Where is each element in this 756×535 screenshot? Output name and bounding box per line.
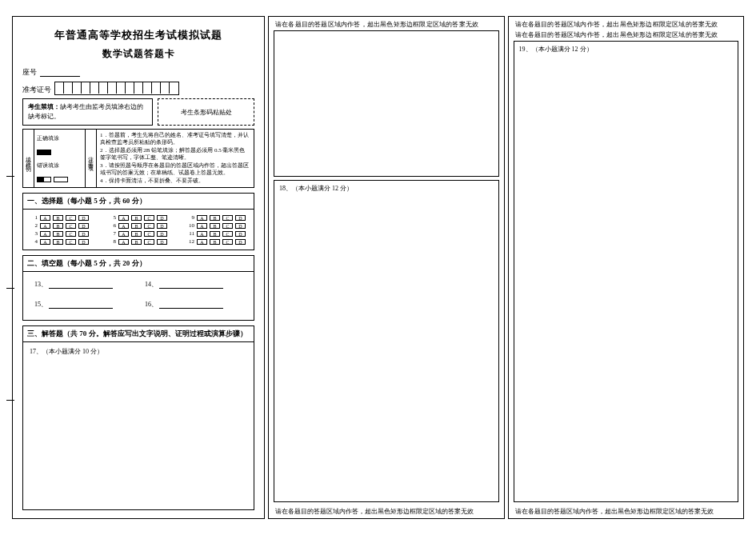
bubble-C[interactable]: C — [144, 215, 154, 221]
bubble-C[interactable]: C — [222, 215, 233, 221]
blank-13: 13、 — [34, 280, 113, 289]
bubble-C[interactable]: C — [144, 239, 154, 245]
attention-vlabel: 注意事项 — [86, 130, 97, 187]
seat-input-line[interactable] — [40, 69, 80, 77]
exam-no-label: 准考证号 — [22, 82, 51, 95]
warning-bottom: 请在各题目的答题区域内作答，超出黑色矩形边框限定区域的答案无效 — [269, 505, 504, 518]
answer-sheet-page: 年普通高等学校招生考试模拟试题 数学试题答题卡 座号 准考证号 考生禁填：缺考考… — [0, 0, 756, 535]
bubble-B[interactable]: B — [131, 215, 142, 221]
bubble-A[interactable]: A — [118, 231, 129, 237]
q18-label: 18、（本小题满分 12 分） — [279, 184, 353, 193]
attention-rules: 1．答题前，考生先将自己的姓名、准考证号填写清楚，并认真检查监考员所粘贴的条形码… — [97, 130, 254, 187]
bubble-C[interactable]: C — [222, 231, 233, 237]
bubble-A[interactable]: A — [40, 231, 50, 237]
rule-line: 4．保持卡面清洁，不要折叠、不要弄破。 — [100, 178, 250, 185]
qnum: 6 — [110, 222, 116, 229]
bubble-A[interactable]: A — [40, 215, 50, 221]
bubble-C[interactable]: C — [66, 215, 76, 221]
qnum: 10 — [188, 222, 194, 229]
blank-label: 14、 — [145, 280, 158, 289]
warning-top-2: 请在各题目的答题区域内作答，超出黑色矩形边框限定区域的答案无效 — [509, 30, 744, 41]
mcq-group-3: 9ABCD 10ABCD 11ABCD 12ABCD — [188, 214, 246, 245]
blank-input[interactable] — [49, 301, 113, 309]
fillblank-grid: 13、 14、 — [23, 272, 254, 300]
proctor-notice-box: 考生禁填：缺考考生由监考员填涂右边的缺考标记。 — [22, 98, 153, 126]
q17-continued-box[interactable] — [274, 30, 499, 177]
blank-input[interactable] — [159, 281, 223, 289]
bubble-B[interactable]: B — [131, 223, 142, 229]
bubble-A[interactable]: A — [197, 215, 207, 221]
bubble-A[interactable]: A — [40, 223, 50, 229]
bubble-C[interactable]: C — [66, 223, 76, 229]
bubble-D[interactable]: D — [235, 231, 246, 237]
bubble-A[interactable]: A — [118, 215, 129, 221]
bubble-C[interactable]: C — [144, 231, 154, 237]
bubble-correct-icon — [37, 150, 51, 155]
qnum: 1 — [31, 214, 38, 221]
rule-line: 1．答题前，考生先将自己的姓名、准考证号填写清楚，并认真检查监考员所粘贴的条形码… — [100, 132, 250, 147]
q17-label: 17、（本小题满分 10 分） — [30, 347, 247, 356]
blank-input[interactable] — [159, 301, 223, 309]
bubble-B[interactable]: B — [131, 231, 142, 237]
notice-prefix: 考生禁填： — [28, 103, 60, 110]
qnum: 2 — [31, 222, 38, 229]
seat-number-row: 座号 — [13, 66, 264, 79]
fill-rules-box: 填涂样例 正确填涂 错误填涂 注意事项 1．答题前，考 — [22, 129, 254, 188]
bubble-D[interactable]: D — [78, 215, 89, 221]
qnum: 12 — [188, 238, 194, 245]
q17-area[interactable]: 17、（本小题满分 10 分） — [23, 342, 254, 509]
bubble-D[interactable]: D — [235, 223, 246, 229]
bubble-B[interactable]: B — [53, 223, 63, 229]
q19-box[interactable]: 19、（本小题满分 12 分） — [514, 41, 739, 502]
title-line-1: 年普通高等学校招生考试模拟试题 — [21, 28, 256, 42]
bubble-B[interactable]: B — [53, 231, 63, 237]
qnum: 7 — [110, 230, 116, 237]
bubble-A[interactable]: A — [118, 239, 129, 245]
column-1: 年普通高等学校招生考试模拟试题 数学试题答题卡 座号 准考证号 考生禁填：缺考考… — [12, 16, 265, 519]
mcq-heading: 一、选择题（每小题 5 分，共 60 分） — [23, 194, 254, 210]
bubble-B[interactable]: B — [53, 215, 63, 221]
bubble-D[interactable]: D — [157, 239, 167, 245]
bubble-B[interactable]: B — [210, 223, 220, 229]
section-fillblank: 二、填空题（每小题 5 分，共 20 分） 13、 14、 15、 16、 — [22, 255, 254, 321]
bubble-D[interactable]: D — [78, 223, 89, 229]
q18-box[interactable]: 18、（本小题满分 12 分） — [274, 180, 499, 502]
bubble-D[interactable]: D — [235, 239, 246, 245]
qnum: 8 — [110, 238, 116, 245]
bubble-D[interactable]: D — [157, 231, 167, 237]
title-line-2: 数学试题答题卡 — [21, 47, 256, 61]
bubble-A[interactable]: A — [197, 231, 207, 237]
barcode-label: 考生条形码粘贴处 — [181, 108, 232, 117]
wrong-fill-label: 错误填涂 — [37, 162, 59, 170]
bubble-D[interactable]: D — [157, 215, 167, 221]
bubble-B[interactable]: B — [210, 215, 220, 221]
sheet-header: 年普通高等学校招生考试模拟试题 数学试题答题卡 — [13, 17, 264, 66]
bubble-C[interactable]: C — [222, 239, 233, 245]
bubble-C[interactable]: C — [222, 223, 233, 229]
bubble-C[interactable]: C — [66, 239, 76, 245]
blank-label: 15、 — [34, 300, 47, 309]
bubble-B[interactable]: B — [210, 231, 220, 237]
bubble-A[interactable]: A — [40, 239, 50, 245]
correct-fill-label: 正确填涂 — [37, 134, 59, 142]
warning-bottom: 请在各题目的答题区域内作答，超出黑色矩形边框限定区域的答案无效 — [509, 505, 744, 518]
fill-examples: 正确填涂 错误填涂 — [34, 130, 85, 187]
bubble-C[interactable]: C — [66, 231, 76, 237]
bubble-D[interactable]: D — [157, 223, 167, 229]
qnum: 3 — [31, 230, 38, 237]
rule-line: 3．请按照题号顺序在各题目的答题区域内作答，超出答题区域书写的答案无效；在草稿纸… — [100, 162, 250, 178]
bubble-C[interactable]: C — [144, 223, 154, 229]
bubble-A[interactable]: A — [197, 223, 207, 229]
bubble-B[interactable]: B — [131, 239, 142, 245]
bubble-D[interactable]: D — [78, 231, 89, 237]
mcq-grid: 1ABCD 2ABCD 3ABCD 4ABCD 5ABCD 6ABCD 7ABC… — [23, 210, 254, 250]
bubble-B[interactable]: B — [210, 239, 220, 245]
blank-input[interactable] — [49, 281, 113, 289]
bubble-B[interactable]: B — [53, 239, 63, 245]
bubble-D[interactable]: D — [78, 239, 89, 245]
bubble-A[interactable]: A — [197, 239, 207, 245]
exam-no-boxes[interactable] — [54, 82, 179, 95]
bubble-D[interactable]: D — [235, 215, 246, 221]
bubble-A[interactable]: A — [118, 223, 129, 229]
exam-number-row: 准考证号 — [13, 79, 264, 98]
